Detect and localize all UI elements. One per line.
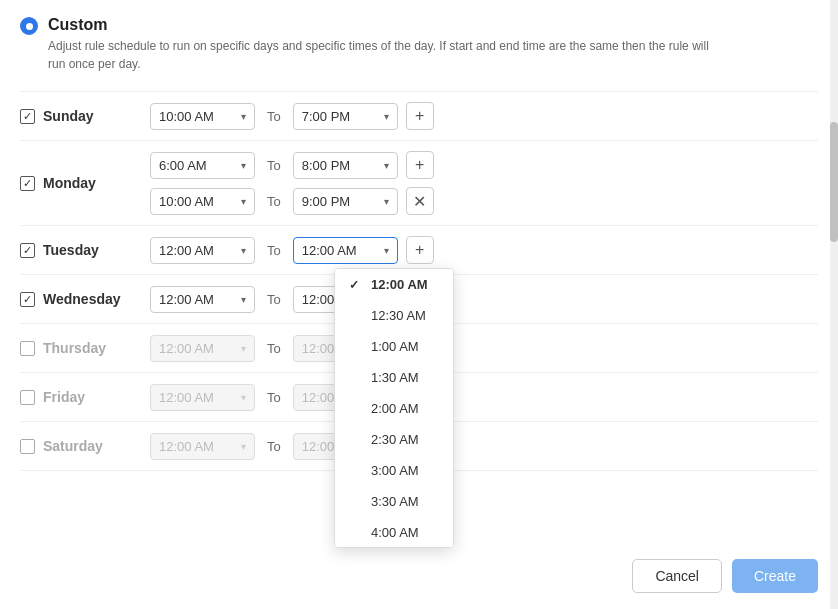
sunday-slot-0: 10:00 AM ▾ To 7:00 PM ▾ + bbox=[150, 102, 818, 130]
wednesday-slot-0: 12:00 AM ▾ To 12:00 AM ▾ + bbox=[150, 285, 818, 313]
saturday-start-0: 12:00 AM ▾ bbox=[150, 433, 255, 460]
sunday-add-button[interactable]: + bbox=[406, 102, 434, 130]
day-row-tuesday: Tuesday 12:00 AM ▾ To 12:00 AM ▾ + bbox=[20, 225, 818, 274]
dropdown-item-0[interactable]: ✓ 12:00 AM bbox=[335, 269, 453, 300]
chevron-down-icon: ▾ bbox=[241, 392, 246, 403]
friday-start-0: 12:00 AM ▾ bbox=[150, 384, 255, 411]
header-desc: Adjust rule schedule to run on specific … bbox=[48, 37, 728, 73]
monday-label: Monday bbox=[43, 175, 96, 191]
wednesday-time-slots: 12:00 AM ▾ To 12:00 AM ▾ + bbox=[150, 285, 818, 313]
friday-checkbox[interactable] bbox=[20, 390, 35, 405]
chevron-down-icon: ▾ bbox=[241, 245, 246, 256]
dropdown-item-5[interactable]: 2:30 AM bbox=[335, 424, 453, 455]
thursday-label: Thursday bbox=[43, 340, 106, 356]
day-row-sunday: Sunday 10:00 AM ▾ To 7:00 PM ▾ + bbox=[20, 91, 818, 140]
tuesday-time-slots: 12:00 AM ▾ To 12:00 AM ▾ + bbox=[150, 236, 818, 264]
dropdown-item-1[interactable]: 12:30 AM bbox=[335, 300, 453, 331]
saturday-label: Saturday bbox=[43, 438, 103, 454]
scrollbar-thumb[interactable] bbox=[830, 122, 838, 242]
chevron-down-icon: ▾ bbox=[384, 245, 389, 256]
chevron-down-icon: ▾ bbox=[241, 294, 246, 305]
sunday-start-0[interactable]: 10:00 AM ▾ bbox=[150, 103, 255, 130]
thursday-start-0: 12:00 AM ▾ bbox=[150, 335, 255, 362]
wednesday-checkbox[interactable] bbox=[20, 292, 35, 307]
sunday-checkbox[interactable] bbox=[20, 109, 35, 124]
cancel-button[interactable]: Cancel bbox=[632, 559, 722, 593]
tuesday-add-button[interactable]: + bbox=[406, 236, 434, 264]
dropdown-item-8[interactable]: 4:00 AM bbox=[335, 517, 453, 548]
saturday-checkbox-wrap: Saturday bbox=[20, 438, 150, 454]
monday-start-1[interactable]: 10:00 AM ▾ bbox=[150, 188, 255, 215]
thursday-checkbox[interactable] bbox=[20, 341, 35, 356]
tuesday-label: Tuesday bbox=[43, 242, 99, 258]
header-row: Custom Adjust rule schedule to run on sp… bbox=[20, 16, 818, 73]
time-dropdown-menu[interactable]: ✓ 12:00 AM 12:30 AM 1:00 AM 1:30 AM 2:00… bbox=[334, 268, 454, 548]
monday-slot-0: 6:00 AM ▾ To 8:00 PM ▾ + bbox=[150, 151, 818, 179]
monday-add-button-0[interactable]: + bbox=[406, 151, 434, 179]
chevron-down-icon: ▾ bbox=[241, 160, 246, 171]
scrollbar-track[interactable] bbox=[830, 0, 838, 609]
create-button[interactable]: Create bbox=[732, 559, 818, 593]
chevron-down-icon: ▾ bbox=[384, 160, 389, 171]
monday-remove-button-1[interactable]: ✕ bbox=[406, 187, 434, 215]
dropdown-item-4[interactable]: 2:00 AM bbox=[335, 393, 453, 424]
chevron-down-icon: ▾ bbox=[384, 111, 389, 122]
chevron-down-icon: ▾ bbox=[241, 196, 246, 207]
wednesday-label: Wednesday bbox=[43, 291, 121, 307]
thursday-slot-0: 12:00 AM ▾ To 12:00 AM ▾ + bbox=[150, 334, 818, 362]
chevron-down-icon: ▾ bbox=[241, 111, 246, 122]
custom-radio[interactable] bbox=[20, 17, 38, 35]
tuesday-start-0[interactable]: 12:00 AM ▾ bbox=[150, 237, 255, 264]
saturday-slot-0: 12:00 AM ▾ To 12:00 AM ▾ + bbox=[150, 432, 818, 460]
monday-time-slots: 6:00 AM ▾ To 8:00 PM ▾ + 10:00 AM ▾ T bbox=[150, 151, 818, 215]
sunday-checkbox-wrap: Sunday bbox=[20, 108, 150, 124]
sunday-label: Sunday bbox=[43, 108, 94, 124]
monday-end-0[interactable]: 8:00 PM ▾ bbox=[293, 152, 398, 179]
page-container: Custom Adjust rule schedule to run on sp… bbox=[0, 0, 838, 609]
saturday-time-slots: 12:00 AM ▾ To 12:00 AM ▾ + bbox=[150, 432, 818, 460]
footer: Cancel Create bbox=[632, 559, 818, 593]
wednesday-start-0[interactable]: 12:00 AM ▾ bbox=[150, 286, 255, 313]
dropdown-item-2[interactable]: 1:00 AM bbox=[335, 331, 453, 362]
sunday-time-slots: 10:00 AM ▾ To 7:00 PM ▾ + bbox=[150, 102, 818, 130]
tuesday-slot-0: 12:00 AM ▾ To 12:00 AM ▾ + bbox=[150, 236, 818, 264]
chevron-down-icon: ▾ bbox=[241, 441, 246, 452]
chevron-down-icon: ▾ bbox=[241, 343, 246, 354]
tuesday-end-0[interactable]: 12:00 AM ▾ bbox=[293, 237, 398, 264]
sunday-end-0[interactable]: 7:00 PM ▾ bbox=[293, 103, 398, 130]
tuesday-checkbox[interactable] bbox=[20, 243, 35, 258]
dropdown-item-6[interactable]: 3:00 AM bbox=[335, 455, 453, 486]
monday-start-0[interactable]: 6:00 AM ▾ bbox=[150, 152, 255, 179]
dropdown-item-7[interactable]: 3:30 AM bbox=[335, 486, 453, 517]
friday-time-slots: 12:00 AM ▾ To 12:00 AM ▾ + bbox=[150, 383, 818, 411]
monday-end-1[interactable]: 9:00 PM ▾ bbox=[293, 188, 398, 215]
monday-checkbox[interactable] bbox=[20, 176, 35, 191]
dropdown-item-3[interactable]: 1:30 AM bbox=[335, 362, 453, 393]
friday-label: Friday bbox=[43, 389, 85, 405]
friday-slot-0: 12:00 AM ▾ To 12:00 AM ▾ + bbox=[150, 383, 818, 411]
header-text-block: Custom Adjust rule schedule to run on sp… bbox=[48, 16, 728, 73]
friday-checkbox-wrap: Friday bbox=[20, 389, 150, 405]
monday-checkbox-wrap: Monday bbox=[20, 175, 150, 191]
selected-check-icon: ✓ bbox=[349, 278, 363, 292]
day-row-monday: Monday 6:00 AM ▾ To 8:00 PM ▾ + bbox=[20, 140, 818, 225]
chevron-down-icon: ▾ bbox=[384, 196, 389, 207]
tuesday-checkbox-wrap: Tuesday bbox=[20, 242, 150, 258]
thursday-checkbox-wrap: Thursday bbox=[20, 340, 150, 356]
thursday-time-slots: 12:00 AM ▾ To 12:00 AM ▾ + bbox=[150, 334, 818, 362]
wednesday-checkbox-wrap: Wednesday bbox=[20, 291, 150, 307]
monday-slot-1: 10:00 AM ▾ To 9:00 PM ▾ ✕ bbox=[150, 187, 818, 215]
saturday-checkbox[interactable] bbox=[20, 439, 35, 454]
header-title: Custom bbox=[48, 16, 728, 34]
